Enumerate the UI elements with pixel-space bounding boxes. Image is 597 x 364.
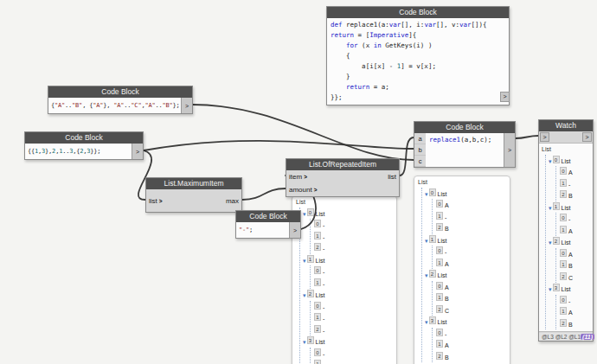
list-index-badge: 0 bbox=[307, 208, 314, 216]
code-editor[interactable]: {{1,3},2,1..3,{2,3}}; bbox=[25, 144, 132, 159]
item-value: - bbox=[323, 351, 324, 357]
output-port-list[interactable]: list bbox=[388, 173, 396, 181]
item-index-badge: 0 bbox=[436, 200, 443, 208]
list-preview: List▾0List0-1-2-▾1List0-1-▾2List0-1-2-▾3… bbox=[292, 196, 396, 364]
node-header[interactable]: Code Block bbox=[48, 86, 192, 98]
item-value: - bbox=[323, 281, 324, 287]
item-value: A bbox=[568, 228, 573, 234]
item-value: - bbox=[323, 304, 324, 310]
sublist-label: List bbox=[438, 191, 447, 197]
dynamo-canvas[interactable]: List▾0List0-1-2-▾1List0-1-▾2List0-1-2-▾3… bbox=[0, 0, 597, 364]
list-index-badge: 2 bbox=[429, 270, 436, 278]
node-code-block-numbers[interactable]: Code Block {{1,3},2,1..3,{2,3}}; > bbox=[24, 131, 144, 160]
sublist-label: List bbox=[562, 205, 571, 211]
expand-arrow-icon[interactable]: ▾ bbox=[549, 205, 552, 211]
expand-arrow-icon[interactable]: ▾ bbox=[549, 286, 552, 292]
item-value: B bbox=[445, 296, 449, 302]
item-index-badge: 2 bbox=[436, 352, 443, 360]
input-port-b[interactable]: b bbox=[414, 144, 426, 156]
item-index-badge: 1 bbox=[560, 307, 567, 315]
sublist-label: List bbox=[316, 292, 325, 298]
wire[interactable] bbox=[144, 141, 414, 150]
item-index-badge: 0 bbox=[560, 167, 567, 175]
output-port[interactable]: > bbox=[504, 133, 515, 167]
item-value: - bbox=[445, 214, 446, 220]
item-index-badge: 1 bbox=[436, 293, 443, 301]
item-index-badge: 0 bbox=[560, 249, 567, 257]
node-list-of-repeated-item[interactable]: List.OfRepeatedItem item > list amount > bbox=[286, 158, 400, 197]
input-port-list[interactable]: list bbox=[149, 197, 157, 205]
list-index-badge: 0 bbox=[429, 188, 436, 196]
node-header[interactable]: Code Block bbox=[327, 7, 509, 18]
output-port[interactable]: > bbox=[582, 132, 592, 142]
expand-arrow-icon[interactable]: ▾ bbox=[303, 258, 306, 264]
expand-arrow-icon[interactable]: ▾ bbox=[425, 319, 428, 325]
wire[interactable] bbox=[516, 136, 538, 138]
input-port-amount[interactable]: amount bbox=[289, 186, 312, 194]
list-root-label: List bbox=[418, 178, 506, 188]
expand-arrow-icon[interactable]: ▾ bbox=[549, 239, 552, 246]
node-code-block-dash[interactable]: Code Block "-"; > bbox=[235, 210, 301, 239]
input-port-a[interactable]: a bbox=[414, 133, 426, 144]
node-code-block-definition[interactable]: Code Block def replace1(a:var[], i:var[]… bbox=[326, 6, 510, 105]
code-editor[interactable]: def replace1(a:var[], i:var[], v:var[]){… bbox=[327, 18, 509, 105]
watch-list-view[interactable]: List▾0List0A1-2B▾1List0-1A▾2List0A1B2C▾3… bbox=[539, 143, 593, 332]
node-header[interactable]: List.OfRepeatedItem bbox=[286, 159, 399, 170]
item-value: B bbox=[445, 354, 449, 361]
node-code-block-strings[interactable]: Code Block {"A".."B", {"A"}, "A".."C","A… bbox=[48, 86, 193, 114]
wire[interactable] bbox=[400, 137, 414, 176]
list-index-badge: 2 bbox=[553, 237, 560, 245]
sublist-label: List bbox=[316, 211, 325, 217]
item-index-badge: 1 bbox=[560, 260, 567, 268]
output-port[interactable]: > bbox=[500, 92, 510, 102]
input-port[interactable]: > bbox=[540, 132, 549, 142]
output-port[interactable]: > bbox=[289, 222, 300, 238]
node-header[interactable]: Code Block bbox=[414, 122, 515, 133]
list-preview: List▾0List0A1-2B▾1List0-1A▾2List0A1B2C▾3… bbox=[414, 176, 510, 364]
output-port[interactable]: > bbox=[132, 144, 143, 159]
item-value: - bbox=[323, 234, 324, 240]
sublist-label: List bbox=[562, 158, 571, 164]
item-value: A bbox=[445, 261, 449, 267]
node-watch[interactable]: Watch > > List▾0List0A1-2B▾1List0-1A▾2Li… bbox=[538, 119, 594, 342]
code-editor[interactable]: replace1(a,b,c); bbox=[426, 133, 504, 167]
item-index-badge: 2 bbox=[560, 190, 567, 198]
node-header[interactable]: List.MaximumItem bbox=[146, 178, 241, 189]
node-header[interactable]: Code Block bbox=[236, 211, 300, 222]
preview-bubble-replace1[interactable]: List▾0List0A1-2B▾1List0-1A▾2List0A1B2C▾3… bbox=[414, 176, 510, 364]
input-port-c[interactable]: c bbox=[414, 156, 426, 167]
output-port[interactable]: > bbox=[181, 98, 192, 113]
item-value: C bbox=[568, 275, 573, 281]
list-level-badges[interactable]: @L3 @L2 @L1 bbox=[542, 334, 581, 340]
watch-footer: @L3 @L2 @L1 (11) bbox=[539, 332, 593, 341]
expand-arrow-icon[interactable]: ▾ bbox=[549, 158, 552, 164]
expand-arrow-icon[interactable]: ▾ bbox=[303, 211, 306, 217]
preview-bubble-repeated-item[interactable]: List▾0List0-1-2-▾1List0-1-▾2List0-1-2-▾3… bbox=[292, 195, 397, 364]
expand-arrow-icon[interactable]: ▾ bbox=[425, 272, 428, 278]
item-index-badge: 1 bbox=[314, 278, 321, 286]
expand-arrow-icon[interactable]: ▾ bbox=[303, 292, 306, 298]
node-header[interactable]: Code Block bbox=[25, 132, 143, 144]
item-value: A bbox=[445, 342, 449, 348]
item-index-badge: 0 bbox=[314, 266, 321, 274]
chevron-right-icon: > bbox=[304, 174, 307, 180]
item-index-badge: 0 bbox=[314, 220, 321, 227]
item-value: A bbox=[568, 252, 573, 258]
node-header[interactable]: Watch bbox=[539, 120, 593, 131]
expand-arrow-icon[interactable]: ▾ bbox=[425, 238, 428, 244]
item-index-badge: 0 bbox=[436, 329, 443, 336]
item-index-badge: 1 bbox=[314, 232, 321, 239]
code-editor[interactable]: {"A".."B", {"A"}, "A".."C","A".."B"}; bbox=[48, 98, 181, 113]
node-list-maximum-item[interactable]: List.MaximumItem list > max bbox=[145, 177, 242, 213]
expand-arrow-icon[interactable]: ▾ bbox=[303, 339, 306, 345]
node-code-block-replace1-call[interactable]: Code Block a b c replace1(a,b,c); > bbox=[414, 121, 516, 168]
output-port-max[interactable]: max bbox=[226, 197, 239, 205]
code-editor[interactable]: "-"; bbox=[236, 222, 289, 238]
wire[interactable] bbox=[193, 105, 414, 160]
expand-arrow-icon[interactable]: ▾ bbox=[425, 191, 428, 197]
chevron-right-icon: > bbox=[159, 198, 163, 204]
wire[interactable] bbox=[242, 188, 286, 200]
item-value: A bbox=[568, 310, 573, 316]
item-index-badge: 1 bbox=[436, 259, 443, 266]
input-port-item[interactable]: item bbox=[289, 173, 302, 181]
